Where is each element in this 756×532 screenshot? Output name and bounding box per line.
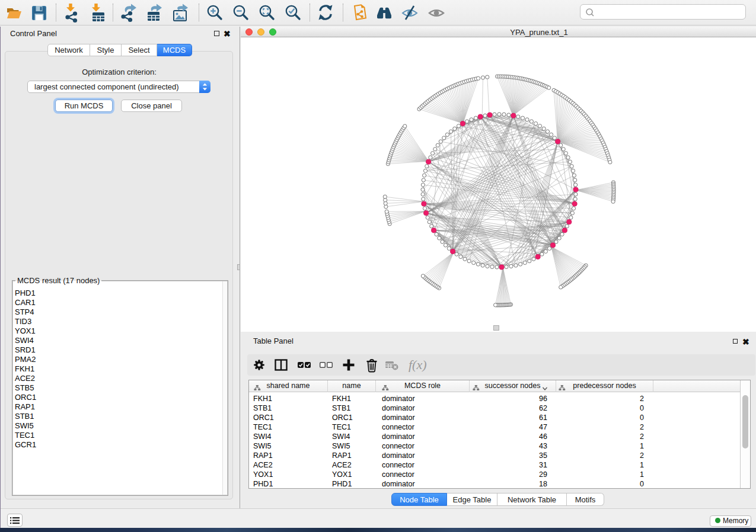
svg-text:f(x): f(x) xyxy=(409,357,427,372)
